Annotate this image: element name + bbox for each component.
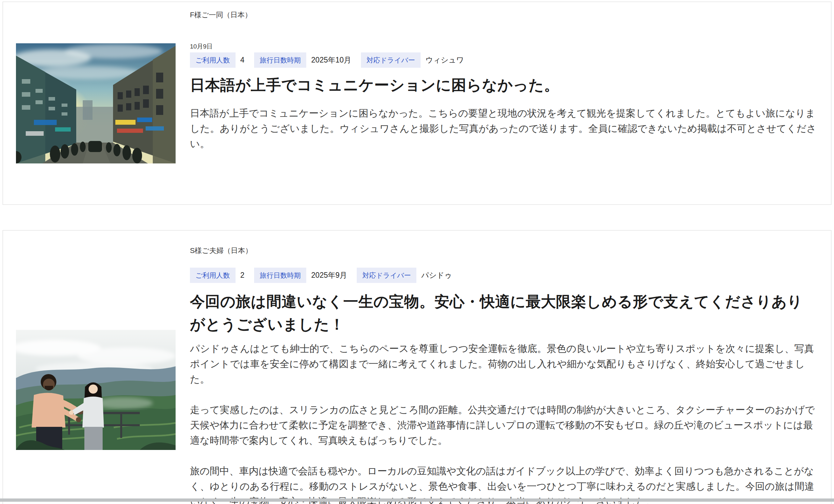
driver-name-value: ウィシュワ [425,55,464,65]
people-count-badge: ご利用人数 [190,268,236,283]
review-photo [16,330,176,450]
driver-name-value: パシドゥ [421,270,452,280]
trip-period-badge: 旅行日数時期 [254,268,306,283]
city-street-sunset-photo-image [16,43,176,163]
people-count-badge: ご利用人数 [190,52,236,68]
green-hills-couple-photo-image [16,330,176,450]
review-body: 日本語が上手でコミュニケーションに困らなかった。こちらの要望と現地の状況を考えて… [190,106,818,152]
customer-name: F様ご一同（日本） [190,10,818,20]
review-card: F様ご一同（日本） 10月9日 ご利用人数 4 旅行日数時期 2025年10月 … [3,2,831,205]
driver-badge: 対応ドライバー [357,268,416,283]
driver-badge: 対応ドライバー [361,52,421,68]
people-count-value: 2 [240,271,245,280]
customer-name: S様ご夫婦（日本） [190,246,818,255]
badge-row: ご利用人数 2 旅行日数時期 2025年9月 対応ドライバー パシドゥ [190,268,818,283]
review-body: パシドゥさんはとても紳士的で、こちらのペースを尊重しつつ安全運転を徹底。景色の良… [190,341,818,504]
review-title: 今回の旅は間違いなく一生の宝物。安心・快適に最大限楽しめる形で支えてくださりあり… [190,290,818,336]
trip-period-badge: 旅行日数時期 [254,52,306,68]
badge-row: ご利用人数 4 旅行日数時期 2025年10月 対応ドライバー ウィシュワ [190,52,818,68]
review-photo [16,43,176,163]
reviews-page: { "colors": { "page_bg": "#ffffff", "car… [0,0,834,504]
review-paragraph: 日本語が上手でコミュニケーションに困らなかった。こちらの要望と現地の状況を考えて… [190,106,818,152]
trip-period-value: 2025年9月 [311,270,347,280]
review-paragraph: 旅の間中、車内は快適で会話も穏やか。ローカルの豆知識や文化の話はガイドブック以上… [190,463,818,504]
trip-period-value: 2025年10月 [311,55,351,65]
review-paragraph: パシドゥさんはとても紳士的で、こちらのペースを尊重しつつ安全運転を徹底。景色の良… [190,341,818,387]
review-title: 日本語が上手でコミュニケーションに困らなかった。 [190,74,818,96]
horizontal-scrollbar[interactable] [0,499,834,502]
review-paragraph: 走って実感したのは、スリランカの広さと見どころ間の距離。公共交通だけでは時間の制… [190,402,818,448]
people-count-value: 4 [240,56,245,65]
review-date: 10月9日 [190,42,818,50]
review-card: S様ご夫婦（日本） ご利用人数 2 旅行日数時期 2025年9月 対応ドライバー… [3,230,831,504]
